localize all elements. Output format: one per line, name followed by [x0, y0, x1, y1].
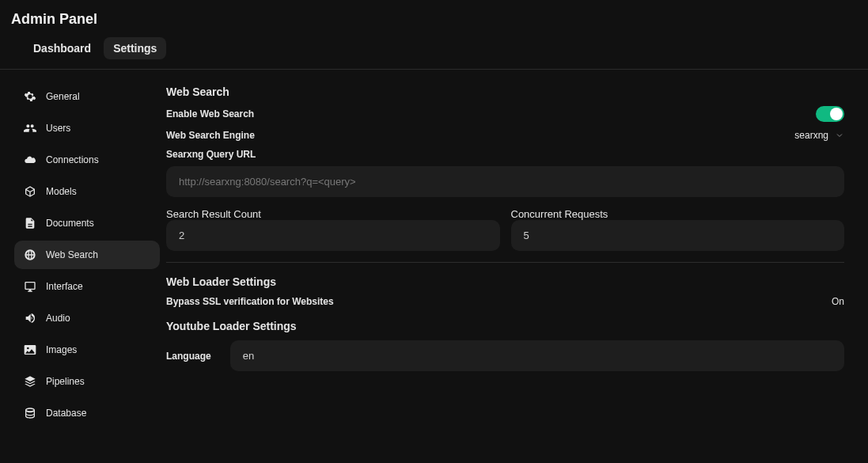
sidebar-item-audio[interactable]: Audio	[14, 304, 160, 332]
cube-icon	[24, 185, 36, 198]
sidebar-item-users[interactable]: Users	[14, 114, 160, 142]
engine-value: searxng	[794, 130, 828, 141]
sidebar: General Users Connections Models Documen…	[0, 70, 166, 454]
engine-select[interactable]: searxng	[794, 130, 844, 141]
sidebar-item-documents[interactable]: Documents	[14, 209, 160, 237]
sidebar-item-label: Pipelines	[46, 376, 85, 387]
sidebar-item-label: Users	[46, 123, 70, 134]
result-count-input[interactable]	[166, 220, 500, 251]
concurrent-label: Concurrent Requests	[511, 208, 845, 220]
sidebar-item-general[interactable]: General	[14, 82, 160, 111]
section-title-web-search: Web Search	[166, 85, 844, 98]
enable-web-search-label: Enable Web Search	[166, 108, 254, 120]
sidebar-item-label: Models	[46, 186, 77, 197]
sidebar-item-label: Web Search	[46, 249, 98, 260]
query-url-label: Searxng Query URL	[166, 149, 844, 160]
image-icon	[24, 343, 36, 356]
toggle-knob	[830, 108, 843, 120]
sidebar-item-database[interactable]: Database	[14, 399, 160, 427]
sidebar-item-label: Interface	[46, 281, 83, 292]
sidebar-item-label: Database	[46, 408, 86, 419]
cloud-icon	[24, 154, 36, 166]
layout: General Users Connections Models Documen…	[0, 70, 868, 454]
sidebar-item-label: Audio	[46, 313, 70, 324]
query-url-block: Searxng Query URL	[166, 149, 844, 197]
sidebar-item-web-search[interactable]: Web Search	[14, 241, 160, 269]
layers-icon	[24, 375, 36, 388]
sidebar-item-interface[interactable]: Interface	[14, 272, 160, 301]
document-icon	[24, 217, 36, 230]
header: Admin Panel Dashboard Settings	[0, 0, 868, 69]
speaker-icon	[24, 312, 36, 324]
language-input[interactable]	[230, 340, 844, 371]
page-title: Admin Panel	[11, 11, 857, 28]
database-icon	[24, 407, 36, 419]
globe-icon	[24, 249, 36, 261]
bypass-ssl-toggle[interactable]: On	[832, 296, 844, 307]
two-col-counts: Search Result Count Concurrent Requests	[166, 208, 844, 251]
sidebar-item-label: Images	[46, 344, 77, 355]
sidebar-item-models[interactable]: Models	[14, 177, 160, 206]
tab-dashboard[interactable]: Dashboard	[24, 37, 100, 59]
gear-icon	[24, 90, 36, 103]
query-url-input[interactable]	[166, 166, 844, 197]
sidebar-item-label: Connections	[46, 154, 99, 165]
sidebar-item-connections[interactable]: Connections	[14, 146, 160, 174]
enable-web-search-toggle[interactable]	[816, 106, 844, 122]
concurrent-input[interactable]	[511, 220, 845, 251]
sidebar-item-images[interactable]: Images	[14, 336, 160, 364]
row-bypass-ssl: Bypass SSL verification for Websites On	[166, 296, 844, 307]
section-title-web-loader: Web Loader Settings	[166, 275, 844, 288]
tab-settings[interactable]: Settings	[104, 37, 166, 59]
monitor-icon	[24, 280, 36, 293]
sidebar-item-pipelines[interactable]: Pipelines	[14, 367, 160, 396]
users-icon	[24, 122, 36, 135]
language-row: Language	[166, 340, 844, 371]
main-content: Web Search Enable Web Search Web Search …	[166, 70, 868, 454]
row-engine: Web Search Engine searxng	[166, 130, 844, 141]
section-divider-1	[166, 262, 844, 263]
result-count-label: Search Result Count	[166, 208, 500, 220]
bypass-ssl-label: Bypass SSL verification for Websites	[166, 296, 334, 307]
tabs: Dashboard Settings	[11, 37, 857, 69]
section-title-youtube-loader: Youtube Loader Settings	[166, 320, 844, 332]
engine-label: Web Search Engine	[166, 130, 255, 141]
sidebar-item-label: Documents	[46, 218, 94, 229]
row-enable-web-search: Enable Web Search	[166, 106, 844, 122]
language-label: Language	[166, 351, 211, 362]
sidebar-item-label: General	[46, 91, 80, 102]
chevron-down-icon	[835, 131, 844, 140]
